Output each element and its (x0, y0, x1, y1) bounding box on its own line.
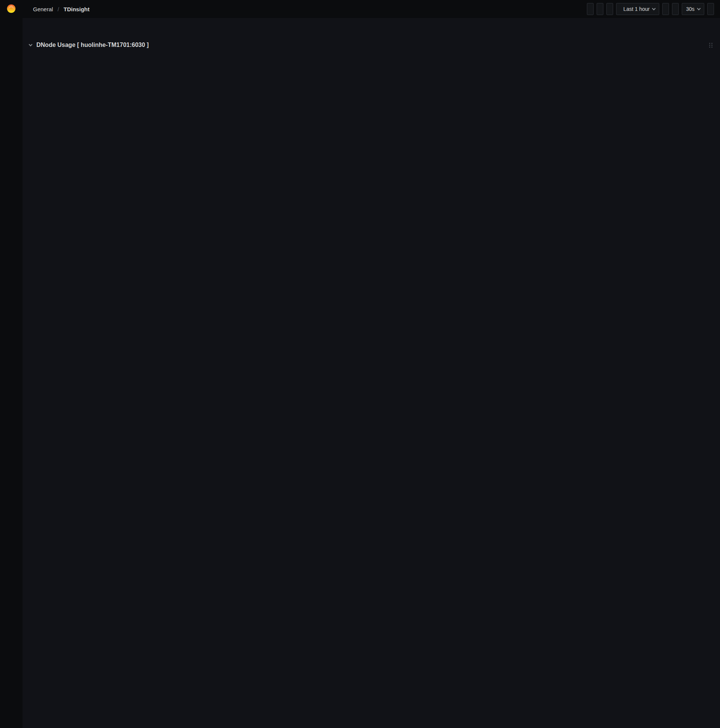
breadcrumb-folder[interactable]: General (33, 6, 53, 12)
dashboard-settings-button[interactable] (606, 3, 613, 15)
time-range-label: Last 1 hour (623, 6, 650, 12)
zoom-out-time-button[interactable] (662, 3, 669, 15)
top-navigation-bar: General / TDinsight Last 1 hour 30s (23, 0, 720, 18)
left-sidebar (0, 0, 23, 728)
save-dashboard-button[interactable] (596, 3, 603, 15)
breadcrumb: General / TDinsight (29, 6, 99, 12)
add-panel-button[interactable] (587, 3, 593, 15)
cycle-view-button[interactable] (707, 3, 714, 15)
row-title[interactable]: DNode Usage [ huolinhe-TM1701:6030 ] (37, 42, 149, 48)
refresh-interval-label: 30s (686, 6, 694, 12)
row-drag-handle[interactable] (709, 43, 713, 48)
time-picker-button[interactable]: Last 1 hour (616, 3, 659, 15)
chevron-down-icon (29, 43, 33, 46)
breadcrumb-separator: / (57, 6, 59, 12)
dashboard-main: DNode Usage [ huolinhe-TM1701:6030 ] (23, 18, 720, 139)
chevron-down-icon (652, 6, 656, 10)
dashboard-row-expanded[interactable]: DNode Usage [ huolinhe-TM1701:6030 ] (26, 38, 716, 52)
template-variables-bar (26, 21, 716, 35)
sidebar-item-search[interactable] (0, 21, 23, 38)
stats-row (26, 53, 716, 136)
dashboard-toolbar: Last 1 hour 30s (587, 3, 714, 15)
sidebar-menu (0, 21, 23, 38)
breadcrumb-dashboard-title[interactable]: TDinsight (64, 6, 90, 12)
refresh-interval-button[interactable]: 30s (682, 3, 704, 15)
grafana-logo[interactable] (6, 3, 17, 15)
refresh-button[interactable] (672, 3, 679, 15)
chevron-down-icon (697, 6, 701, 10)
